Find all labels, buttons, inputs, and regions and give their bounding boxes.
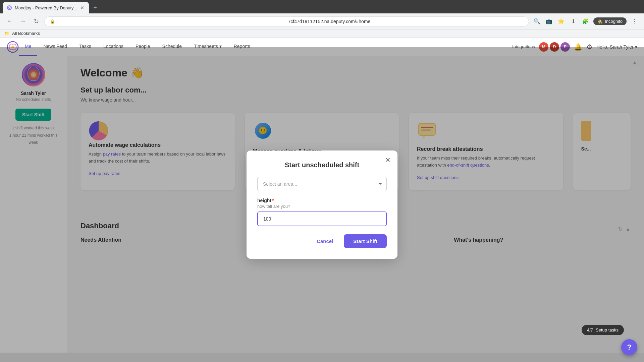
height-field-label: height* (257, 198, 387, 203)
address-bar[interactable]: 🔒 7cf47d19112152.na.deputy.com/#home (44, 16, 529, 26)
cancel-button[interactable]: Cancel (310, 234, 340, 248)
setup-tasks-count: 4/7 (587, 327, 593, 333)
back-button[interactable]: ← (4, 16, 15, 27)
setup-tasks-badge[interactable]: 4/7 Setup tasks (582, 325, 624, 335)
incognito-badge: 🕵 Incognito (593, 17, 627, 25)
start-shift-modal: Start unscheduled shift ✕ Select an area… (247, 150, 397, 259)
modal-actions: Cancel Start Shift (257, 234, 387, 248)
browser-chrome: Moodjoy - Powered By Deputy... ✕ + ← → ↻… (0, 0, 644, 38)
url-text: 7cf47d19112152.na.deputy.com/#home (288, 19, 524, 24)
height-field-hint: how tall are you? (257, 204, 387, 209)
modal-title: Start unscheduled shift (257, 161, 387, 169)
bookmarks-folder-icon: 📁 (4, 31, 9, 36)
help-button[interactable]: ? (621, 339, 637, 355)
setup-tasks-label: Setup tasks (596, 327, 619, 333)
forward-button[interactable]: → (17, 16, 28, 27)
bookmarks-bar: 📁 All Bookmarks (0, 29, 644, 38)
new-tab-button[interactable]: + (90, 3, 100, 12)
bookmark-icon[interactable]: ⭐ (556, 16, 567, 27)
reload-button[interactable]: ↻ (31, 16, 42, 27)
incognito-icon: 🕵 (597, 19, 603, 24)
incognito-label: Incognito (605, 19, 623, 24)
modal-close-button[interactable]: ✕ (385, 156, 391, 164)
menu-button[interactable]: ⋮ (629, 16, 640, 27)
area-select[interactable]: Select an area... (257, 177, 387, 191)
download-icon[interactable]: ⬇ (568, 16, 579, 27)
tab-title: Moodjoy - Powered By Deputy... (15, 5, 77, 10)
extensions-icon[interactable]: 🧩 (580, 16, 591, 27)
active-tab[interactable]: Moodjoy - Powered By Deputy... ✕ (3, 2, 89, 13)
start-shift-modal-button[interactable]: Start Shift (344, 234, 387, 248)
tab-favicon (7, 5, 12, 10)
cast-icon[interactable]: 📺 (544, 16, 554, 27)
browser-toolbar: ← → ↻ 🔒 7cf47d19112152.na.deputy.com/#ho… (0, 13, 644, 29)
bookmarks-label: All Bookmarks (12, 31, 40, 36)
modal-overlay[interactable]: Start unscheduled shift ✕ Select an area… (0, 47, 644, 362)
svg-point-1 (9, 7, 10, 8)
height-field-group: height* how tall are you? (257, 198, 387, 234)
search-icon[interactable]: 🔍 (532, 16, 542, 27)
height-field-input[interactable] (257, 212, 387, 226)
toolbar-icons: 🔍 📺 ⭐ ⬇ 🧩 (532, 16, 591, 27)
tab-close-button[interactable]: ✕ (79, 4, 85, 11)
tab-bar: Moodjoy - Powered By Deputy... ✕ + (0, 0, 644, 13)
